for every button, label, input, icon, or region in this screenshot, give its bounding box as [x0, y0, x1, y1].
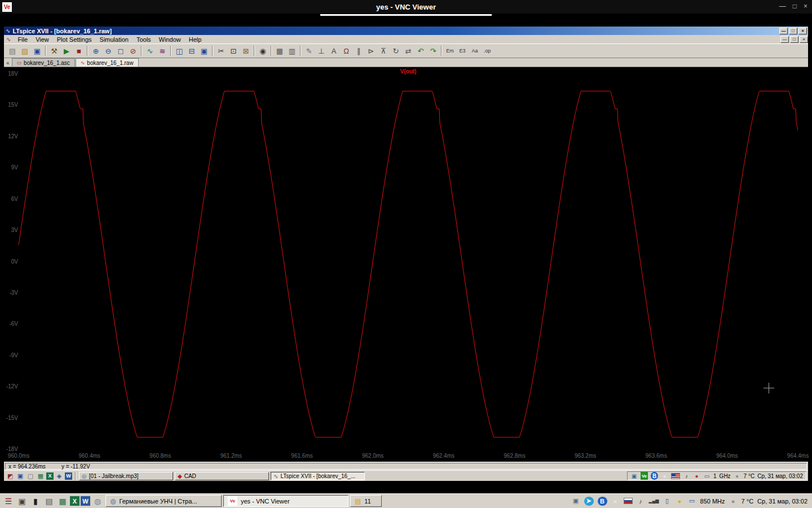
host-browser-icon[interactable]: ◍ — [91, 495, 104, 507]
menu-plot-settings[interactable]: Plot Settings — [53, 36, 96, 43]
host-task-folder[interactable]: ▤11 — [350, 495, 382, 507]
temperature-icon[interactable]: ● — [734, 472, 741, 480]
remote-desktop-icon[interactable]: ▢ — [26, 472, 35, 480]
tile-vertical-icon[interactable]: ◫ — [173, 45, 186, 56]
zoom-out-icon[interactable]: ⊖ — [102, 45, 114, 56]
window-minimize-button[interactable]: — — [779, 28, 788, 34]
host-menu-icon[interactable]: ☰ — [2, 495, 15, 507]
host-terminal-icon[interactable]: ▮ — [29, 495, 42, 507]
new-schematic-icon[interactable]: ▤ — [6, 45, 19, 56]
display-icon[interactable]: ▭ — [688, 497, 696, 506]
find-icon[interactable]: ◉ — [257, 45, 269, 56]
tab-waveform[interactable]: ∿bokarev_16_1.raw — [76, 58, 139, 67]
spice-directive-icon[interactable]: .op — [481, 45, 493, 56]
remote-player-icon[interactable]: ◩ — [6, 472, 15, 480]
brightness-icon[interactable]: ● — [676, 497, 684, 506]
tab-scroll-left-icon[interactable]: « — [5, 60, 12, 67]
print-preview-icon[interactable]: ▥ — [286, 45, 298, 56]
mdi-restore-button[interactable]: □ — [790, 36, 798, 43]
fft-icon[interactable]: ≋ — [156, 45, 169, 56]
save-icon[interactable]: ▣ — [31, 45, 43, 56]
vnc-maximize-button[interactable]: □ — [793, 2, 797, 11]
bluetooth-icon[interactable]: B — [598, 497, 607, 506]
resistor-icon[interactable]: Ω — [340, 45, 352, 56]
remote-grid-icon[interactable]: ▦ — [36, 472, 45, 480]
menu-view[interactable]: View — [32, 36, 53, 43]
host-files-icon[interactable]: ▤ — [43, 495, 55, 507]
drop-icon[interactable]: ● — [611, 497, 620, 506]
plot-region[interactable]: V(out) 18V15V12V9V6V3V0V-3V-6V-9V-12V-15… — [4, 67, 808, 462]
host-task-vnc[interactable]: Veyes - VNC Viewer — [223, 495, 348, 507]
temperature-icon[interactable]: ● — [729, 497, 738, 506]
draft-icon[interactable]: ✎ — [303, 45, 315, 56]
vnc-titlebar[interactable]: Ve yes - VNC Viewer —□× — [0, 0, 812, 14]
host-word-icon[interactable]: W — [81, 496, 90, 506]
host-display-icon[interactable]: ▣ — [16, 495, 28, 507]
zoom-in-icon[interactable]: ⊕ — [90, 45, 102, 56]
open-icon[interactable]: ▨ — [19, 45, 31, 56]
flag-us-icon[interactable] — [671, 473, 680, 479]
flag-ru-icon[interactable] — [624, 498, 633, 504]
battery-icon[interactable]: ▯ — [663, 497, 672, 506]
volume-icon[interactable]: ♪ — [683, 472, 690, 480]
remote-word-icon[interactable]: W — [65, 472, 72, 480]
menu-file[interactable]: File — [14, 36, 32, 43]
halt-icon[interactable]: ■ — [73, 45, 85, 56]
alert-icon[interactable]: ● — [693, 472, 700, 480]
network-icon[interactable]: ▣ — [630, 472, 638, 480]
label-icon[interactable]: A — [328, 45, 340, 56]
volume-icon[interactable]: ♪ — [637, 497, 645, 506]
screenshot-icon[interactable]: ▣ — [572, 497, 580, 506]
diode-icon[interactable]: ⊳ — [365, 45, 377, 56]
tab-schematic[interactable]: ▭bokarev_16_1.asc — [12, 58, 75, 67]
zoom-back-icon[interactable]: ⊘ — [127, 45, 139, 56]
menu-window[interactable]: Window — [155, 36, 185, 43]
drop-icon[interactable]: ● — [661, 472, 668, 480]
waveform-pane-icon[interactable]: ∿ — [144, 45, 156, 56]
copy-icon[interactable]: ⊡ — [227, 45, 240, 56]
host-excel-icon[interactable]: X — [70, 496, 80, 506]
print-icon[interactable]: ▦ — [273, 45, 286, 56]
zoom-full-icon[interactable]: ◻ — [114, 45, 127, 56]
run-icon[interactable]: ▶ — [60, 45, 73, 56]
component-icon[interactable]: ⊼ — [377, 45, 390, 56]
bluetooth-icon[interactable]: B — [651, 472, 658, 480]
menu-simulation[interactable]: Simulation — [96, 36, 133, 43]
host-task-browser[interactable]: ◍Германиевые УНЧ | Стра... — [105, 495, 222, 507]
window-restore-button[interactable]: □ — [789, 28, 797, 34]
undo-icon[interactable]: ↶ — [414, 45, 427, 56]
vnc-server-icon[interactable]: Ve — [641, 472, 648, 480]
vnc-close-button[interactable]: × — [804, 2, 807, 11]
remote-task-ltspice[interactable]: ∿LTspice XVII - [bokarev_16_... — [271, 472, 365, 480]
cut-icon[interactable]: ✂ — [215, 45, 227, 56]
redo-icon[interactable]: ↷ — [427, 45, 439, 56]
font-icon[interactable]: Aa — [469, 45, 481, 56]
remote-task-cad[interactable]: ◆CAD — [175, 472, 269, 480]
edit-e3-icon[interactable]: E3 — [456, 45, 469, 56]
vnc-minimize-button[interactable]: — — [779, 2, 786, 11]
paste-icon[interactable]: ⊠ — [240, 45, 252, 56]
meas-icon[interactable]: Em — [444, 45, 456, 56]
remote-excel-icon[interactable]: X — [46, 472, 54, 480]
menu-tools[interactable]: Tools — [133, 36, 155, 43]
mirror-icon[interactable]: ⇄ — [402, 45, 414, 56]
tile-horizontal-icon[interactable]: ⊟ — [186, 45, 198, 56]
waveform-svg[interactable] — [19, 73, 798, 449]
signal-icon[interactable]: ▂▄▆ — [649, 497, 659, 506]
mdi-close-button[interactable]: × — [800, 36, 808, 43]
capacitor-icon[interactable]: ∥ — [352, 45, 365, 56]
display-icon[interactable]: ▭ — [703, 472, 710, 480]
remote-media-icon[interactable]: ◈ — [55, 472, 64, 480]
telegram-icon[interactable]: ➤ — [584, 497, 594, 506]
cascade-icon[interactable]: ▣ — [198, 45, 210, 56]
mdi-minimize-button[interactable]: — — [780, 36, 789, 43]
rotate-icon[interactable]: ↻ — [390, 45, 402, 56]
remote-display-icon[interactable]: ▣ — [16, 472, 25, 480]
host-grid-icon[interactable]: ▦ — [56, 495, 69, 507]
remote-task-mp3[interactable]: ◎[01 - Jailbreak.mp3] — [79, 472, 173, 480]
menu-help[interactable]: Help — [185, 36, 206, 43]
ground-icon[interactable]: ⊥ — [315, 45, 328, 56]
window-close-button[interactable]: × — [798, 28, 807, 34]
control-panel-icon[interactable]: ⚒ — [48, 45, 60, 56]
ltspice-titlebar[interactable]: ∿ LTspice XVII - [bokarev_16_1.raw] —□× — [4, 27, 808, 35]
